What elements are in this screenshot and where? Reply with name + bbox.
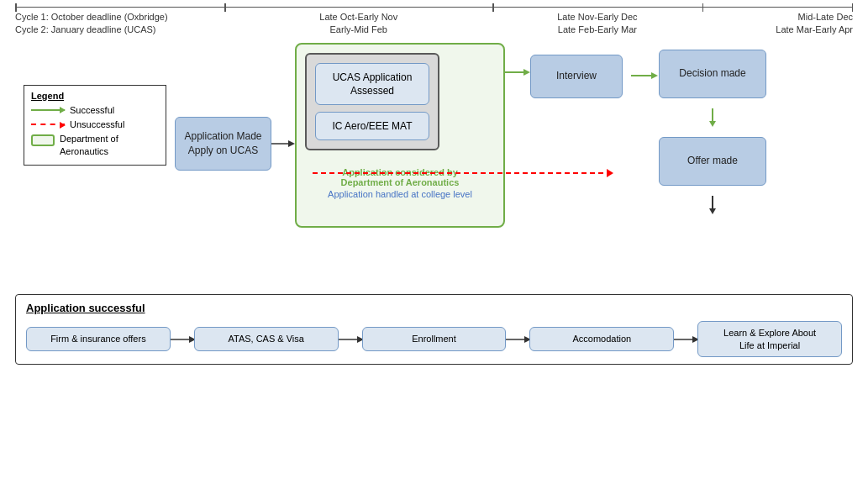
legend-title: Legend — [31, 91, 159, 101]
success-step-4: Accomodation — [529, 327, 674, 351]
success-flow: Firm & insurance offers ATAS, CAS & Visa… — [26, 321, 842, 358]
success-arrow-3 — [506, 334, 529, 345]
arrow-interview-to-decision — [631, 70, 658, 82]
legend: Legend Successful Unsuccessful Departmen… — [24, 85, 166, 166]
success-title: Application successful — [26, 302, 842, 314]
main-container: Cycle 1: October deadline (Oxbridge) Cyc… — [0, 0, 868, 484]
svg-marker-13 — [189, 336, 194, 343]
timeline-item-4: Mid-Late Dec Late Mar-Early Apr — [702, 11, 853, 36]
legend-dept: Department of Aeronautics — [31, 133, 159, 157]
green-container: UCAS Application Assessed IC Aero/EEE MA… — [295, 43, 505, 228]
start-box: Application Made Apply on UCAS — [175, 117, 271, 171]
success-arrow-2 — [339, 334, 362, 345]
arrow-offer-down — [707, 196, 718, 214]
timeline-item-1: Cycle 1: October deadline (Oxbridge) Cyc… — [15, 11, 224, 36]
successful-arrow-icon — [31, 109, 65, 111]
legend-dept-label: Department of Aeronautics — [60, 133, 118, 157]
svg-marker-7 — [709, 121, 716, 127]
svg-marker-15 — [357, 336, 362, 343]
success-arrow-1 — [171, 334, 194, 345]
success-step-1: Firm & insurance offers — [26, 327, 171, 351]
unsuccessful-arrow-icon — [31, 124, 65, 125]
success-arrow-4 — [674, 334, 697, 345]
timeline-item-2: Late Oct-Early Nov Early-Mid Feb — [224, 11, 492, 36]
dept-box-icon — [31, 134, 55, 146]
arrow-start-to-ucas — [271, 138, 295, 150]
arrow-ucas-to-interview — [505, 66, 530, 78]
mat-box: IC Aero/EEE MAT — [315, 112, 429, 140]
success-step-5: Learn & Explore About Life at Imperial — [697, 321, 842, 358]
aero-label: Application considered by Department of … — [305, 157, 495, 187]
legend-successful: Successful — [31, 104, 159, 116]
flow-area: Legend Successful Unsuccessful Departmen… — [15, 43, 853, 291]
svg-marker-9 — [709, 208, 716, 214]
college-label: Application handled at college level — [305, 189, 495, 199]
success-area: Application successful Firm & insurance … — [15, 294, 853, 366]
svg-marker-1 — [288, 140, 295, 147]
interview-box: Interview — [530, 55, 623, 98]
legend-successful-label: Successful — [70, 104, 114, 116]
decision-box: Decision made — [659, 50, 766, 98]
ucas-box: UCAS Application Assessed — [315, 63, 429, 105]
success-step-3: Enrollment — [362, 327, 507, 351]
svg-marker-5 — [651, 72, 658, 79]
svg-marker-3 — [523, 69, 530, 76]
legend-unsuccessful-label: Unsuccessful — [70, 118, 124, 130]
legend-unsuccessful: Unsuccessful — [31, 118, 159, 130]
timeline-item-3: Late Nov-Early Dec Late Feb-Early Mar — [492, 11, 702, 36]
offer-box: Offer made — [659, 137, 766, 186]
success-step-2: ATAS, CAS & Visa — [194, 327, 339, 351]
dark-container: UCAS Application Assessed IC Aero/EEE MA… — [305, 53, 439, 151]
arrow-decision-to-offer — [707, 108, 718, 127]
